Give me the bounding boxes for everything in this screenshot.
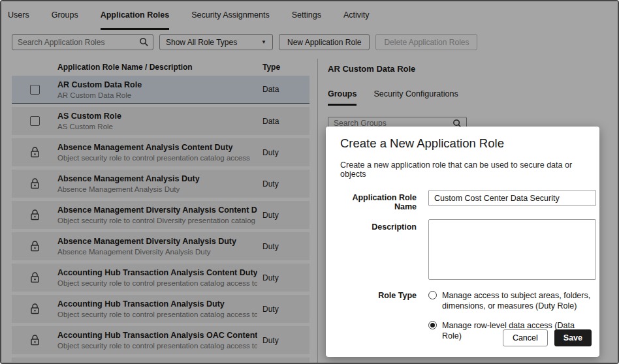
application-role-name-label: Application Role Name [340, 190, 417, 211]
app-window: UsersGroupsApplication RolesSecurity Ass… [0, 0, 619, 364]
description-field[interactable] [428, 219, 596, 280]
radio-icon[interactable] [428, 291, 437, 299]
cancel-button[interactable]: Cancel [503, 329, 548, 346]
dialog-title: Create a New Application Role [340, 136, 592, 151]
role-type-option[interactable]: Manage access to subject areas, folders,… [428, 290, 592, 312]
role-type-option-label: Manage access to subject areas, folders,… [442, 290, 592, 312]
save-button[interactable]: Save [554, 329, 592, 346]
create-application-role-dialog: Create a New Application Role Create a n… [326, 127, 599, 357]
dialog-subtitle: Create a new application role that can b… [340, 160, 592, 179]
description-label: Description [340, 219, 417, 282]
radio-icon[interactable] [428, 321, 437, 329]
dialog-actions: Cancel Save [503, 329, 592, 346]
application-role-name-field[interactable] [428, 190, 596, 206]
role-type-label: Role Type [340, 290, 417, 341]
